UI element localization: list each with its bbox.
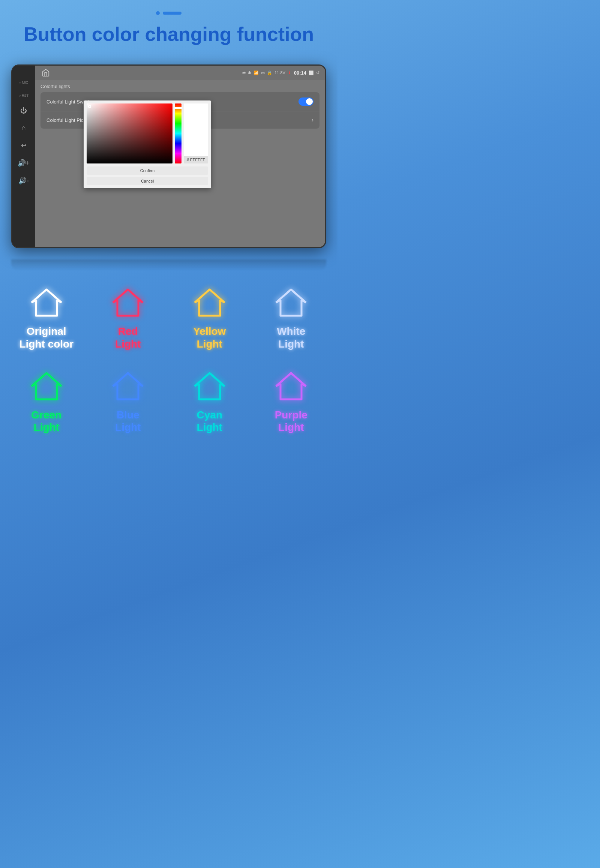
house-icon-white: [272, 286, 310, 320]
screen-reflection: [11, 259, 326, 271]
toggle-switch[interactable]: [298, 97, 314, 106]
lights-grid: OriginalLight color RedLight YellowLight…: [11, 286, 326, 433]
color-picker-popup[interactable]: # FFFFFF Confirm Cancel: [83, 100, 211, 188]
volume-up-icon[interactable]: 🔊+: [18, 159, 30, 167]
light-label-red: RedLight: [115, 325, 141, 350]
confirm-button[interactable]: Confirm: [86, 167, 208, 175]
volume-down-icon[interactable]: 🔊-: [18, 177, 29, 185]
light-item-purple: PurpleLight: [256, 369, 327, 434]
house-icon-blue: [109, 369, 147, 403]
color-preview-swatch: [184, 103, 208, 156]
status-icons: ⇌ ✱ 📶 ▭ 🔒 11.8V 🌡 09:14 ⬜ ↺: [242, 70, 320, 76]
time-display: 09:14: [294, 70, 306, 76]
chevron-right-icon: ›: [312, 117, 314, 123]
lights-section: OriginalLight color RedLight YellowLight…: [0, 271, 338, 448]
bluetooth-icon: ✱: [248, 71, 251, 75]
picker-buttons: Confirm Cancel: [86, 167, 208, 185]
rst-label: ○ RST: [19, 94, 29, 97]
mic-label: ○ MIC: [19, 80, 28, 84]
left-sidebar: ○ MIC ○ RST ⏻ ⌂ ↩ 🔊+ 🔊-: [12, 66, 35, 247]
section-title: Colorful lights: [41, 83, 320, 89]
light-label-purple: PurpleLight: [275, 409, 308, 434]
house-icon-red: [109, 286, 147, 320]
toggle-knob: [306, 98, 313, 105]
page-indicator: [0, 0, 338, 19]
light-item-green: GreenLight: [11, 369, 82, 434]
device-container: ○ MIC ○ RST ⏻ ⌂ ↩ 🔊+ 🔊-: [0, 57, 338, 259]
light-item-white: WhiteLight: [256, 286, 327, 350]
status-home-icon[interactable]: [41, 68, 51, 78]
device: ○ MIC ○ RST ⏻ ⌂ ↩ 🔊+ 🔊-: [11, 65, 326, 248]
page-title: Button color changing function: [0, 19, 338, 57]
house-icon-yellow: [191, 286, 228, 320]
light-item-red: RedLight: [93, 286, 164, 350]
battery-icon: ▭: [261, 71, 265, 75]
back-icon[interactable]: ↩: [21, 141, 27, 150]
indicator-dot: [156, 11, 160, 15]
color-gradient-canvas[interactable]: [86, 103, 173, 164]
light-label-white: WhiteLight: [277, 325, 305, 350]
status-bar: ⇌ ✱ 📶 ▭ 🔒 11.8V 🌡 09:14 ⬜ ↺: [35, 66, 325, 80]
light-item-blue: BlueLight: [93, 369, 164, 434]
rainbow-handle: [174, 107, 182, 109]
cancel-button[interactable]: Cancel: [86, 177, 208, 185]
color-canvas-area: # FFFFFF: [86, 103, 208, 164]
device-reflection: [0, 259, 338, 271]
window-icon: ⬜: [309, 71, 314, 75]
home-icon[interactable]: ⌂: [22, 124, 26, 132]
link-icon: ⇌: [242, 71, 245, 75]
temp-icon: 🌡: [288, 71, 292, 75]
light-label-original: OriginalLight color: [19, 325, 74, 350]
light-item-cyan: CyanLight: [174, 369, 245, 434]
house-icon-purple: [272, 369, 310, 403]
wifi-icon: 📶: [253, 71, 259, 75]
house-icon-green: [28, 369, 65, 403]
light-item-yellow: YellowLight: [174, 286, 245, 350]
refresh-icon: ↺: [316, 71, 320, 75]
rainbow-spectrum-bar[interactable]: [175, 103, 182, 164]
light-label-blue: BlueLight: [115, 409, 141, 434]
power-icon[interactable]: ⏻: [20, 107, 27, 115]
voltage-label: 11.8V: [274, 71, 285, 75]
hex-value-display[interactable]: # FFFFFF: [184, 156, 208, 164]
indicator-dash: [163, 12, 182, 15]
house-icon-original: [28, 286, 65, 320]
light-label-cyan: CyanLight: [197, 409, 223, 434]
light-label-yellow: YellowLight: [193, 325, 226, 350]
light-item-original: OriginalLight color: [11, 286, 82, 350]
house-icon-cyan: [191, 369, 228, 403]
picker-cursor: [88, 105, 91, 108]
color-preview-area: # FFFFFF: [184, 103, 208, 164]
screen-content: Colorful lights Colorful Light Switch Co…: [35, 80, 325, 247]
light-label-green: GreenLight: [31, 409, 62, 434]
screen: ⇌ ✱ 📶 ▭ 🔒 11.8V 🌡 09:14 ⬜ ↺ Colorful lig…: [35, 66, 325, 247]
lock-icon: 🔒: [267, 71, 272, 75]
